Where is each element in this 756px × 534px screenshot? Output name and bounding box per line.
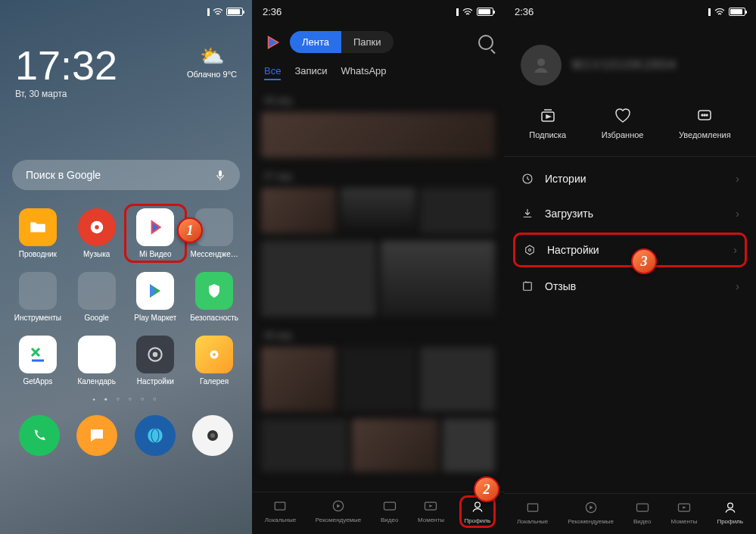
bottom-nav: Локальные Рекомендуемые Видео Моменты Пр… (504, 493, 756, 534)
filter-all[interactable]: Все (264, 65, 281, 80)
app-calendar[interactable]: Календарь (70, 336, 124, 386)
svg-point-19 (704, 114, 705, 116)
mic-icon[interactable] (214, 169, 226, 181)
video-thumbnail[interactable] (261, 419, 347, 472)
weather-icon: ⛅ (187, 45, 237, 68)
video-thumbnail[interactable] (261, 241, 376, 317)
action-subscription[interactable]: Подписка (529, 107, 566, 139)
wifi-icon (213, 8, 223, 16)
video-thumbnail[interactable] (443, 419, 495, 472)
svg-point-28 (727, 503, 733, 508)
svg-point-9 (210, 433, 215, 438)
phone-mi-video-feed: 2:36 Лента Папки Все Записи WhatsApp 08 … (252, 0, 504, 534)
callout-marker-2: 2 (474, 476, 499, 502)
app-security[interactable]: Безопасность (187, 272, 241, 322)
chevron-right-icon: › (736, 173, 739, 185)
battery-icon (226, 8, 243, 16)
profile-actions: Подписка Избранное Уведомления (504, 102, 756, 157)
filter-row: Все Записи WhatsApp (252, 61, 504, 89)
nav-video[interactable]: Видео (633, 500, 651, 525)
chevron-right-icon: › (736, 280, 739, 292)
svg-point-2 (95, 225, 99, 230)
top-bar: Лента Папки (252, 23, 504, 61)
nav-local[interactable]: Локальные (265, 498, 296, 525)
filter-whatsapp[interactable]: WhatsApp (341, 65, 387, 80)
nav-moments[interactable]: Моменты (670, 500, 697, 525)
bottom-nav: Локальные Рекомендуемые Видео Моменты Пр… (252, 492, 504, 534)
video-thumbnail[interactable] (261, 347, 336, 411)
app-grid: Проводник Музыка Mi Видео Мессендже… Инс… (0, 202, 252, 393)
dock-messages[interactable] (76, 415, 117, 456)
app-play-market[interactable]: Play Маркет (129, 272, 183, 322)
video-thumbnail[interactable] (381, 241, 496, 317)
menu-settings[interactable]: Настройки› (513, 233, 747, 267)
nav-video[interactable]: Видео (381, 498, 398, 525)
app-google-folder[interactable]: Google (70, 272, 124, 322)
dock (0, 408, 252, 471)
app-gallery[interactable]: Галерея (187, 336, 241, 386)
video-thumbnail[interactable] (420, 188, 495, 233)
app-getapps[interactable]: GetApps (11, 336, 65, 386)
weather-widget[interactable]: ⛅ Облачно 9°C (187, 45, 237, 79)
svg-point-4 (153, 352, 158, 358)
chevron-right-icon: › (736, 208, 739, 220)
username: M1V1010K2804 (572, 58, 677, 72)
menu-feedback[interactable]: Отзыв› (504, 269, 756, 304)
clock-time: 17:32 (15, 45, 117, 86)
battery-icon (477, 8, 493, 16)
app-settings[interactable]: Настройки (129, 336, 183, 386)
signal-icon (446, 8, 459, 16)
page-indicator: ⬥ ● ○ ○ ○ ○ (0, 393, 252, 408)
svg-point-7 (148, 428, 163, 443)
avatar (521, 45, 562, 86)
svg-rect-26 (636, 504, 648, 511)
tab-lenta[interactable]: Лента (290, 31, 341, 53)
tab-papki[interactable]: Папки (341, 31, 394, 53)
signal-icon (698, 8, 711, 16)
status-bar: 2:36 (252, 0, 504, 23)
svg-point-14 (475, 502, 481, 507)
dock-phone[interactable] (19, 415, 60, 456)
svg-rect-0 (219, 170, 222, 176)
video-thumbnail[interactable] (261, 112, 495, 158)
nav-recommended[interactable]: Рекомендуемые (316, 498, 362, 525)
action-favorites[interactable]: Избранное (602, 107, 644, 139)
app-muzyka[interactable]: Музыка (70, 208, 124, 258)
profile-header[interactable]: M1V1010K2804 (504, 23, 756, 102)
menu-download[interactable]: Загрузить› (504, 196, 756, 231)
svg-rect-12 (384, 502, 395, 510)
google-search-bar[interactable]: Поиск в Google (12, 160, 240, 190)
video-thumbnail[interactable] (352, 419, 438, 472)
nav-profile[interactable]: Профиль (717, 500, 743, 525)
video-feed[interactable]: 08 апр. 07 апр. 06 апр. (252, 89, 504, 472)
video-thumbnail[interactable] (420, 347, 495, 411)
status-bar (0, 0, 252, 23)
callout-marker-1: 1 (177, 217, 203, 243)
video-thumbnail[interactable] (261, 188, 336, 233)
video-thumbnail[interactable] (341, 188, 415, 233)
wifi-icon (462, 8, 473, 16)
svg-rect-24 (527, 504, 537, 511)
nav-local[interactable]: Локальные (517, 500, 548, 525)
svg-point-20 (706, 114, 708, 116)
svg-point-6 (213, 353, 216, 356)
action-notifications[interactable]: Уведомления (679, 107, 731, 139)
clock-date: Вт, 30 марта (15, 89, 117, 99)
nav-moments[interactable]: Моменты (418, 498, 444, 525)
video-thumbnail[interactable] (341, 347, 415, 411)
nav-recommended[interactable]: Рекомендуемые (568, 500, 614, 525)
filter-recordings[interactable]: Записи (294, 65, 327, 80)
battery-icon (729, 8, 745, 16)
app-tools-folder[interactable]: Инструменты (11, 272, 65, 322)
svg-point-18 (702, 114, 703, 116)
dock-camera[interactable] (192, 415, 233, 456)
status-bar: 2:36 (504, 0, 756, 23)
dock-browser[interactable] (135, 415, 176, 456)
app-logo-icon (263, 33, 282, 52)
profile-menu: Истории› Загрузить› Настройки› Отзыв› (504, 157, 756, 308)
signal-icon (198, 8, 210, 16)
menu-history[interactable]: Истории› (504, 161, 756, 196)
phone-home-screen: 17:32 Вт, 30 марта ⛅ Облачно 9°C Поиск в… (0, 0, 252, 534)
app-provodnik[interactable]: Проводник (11, 208, 65, 258)
search-icon[interactable] (478, 35, 493, 50)
